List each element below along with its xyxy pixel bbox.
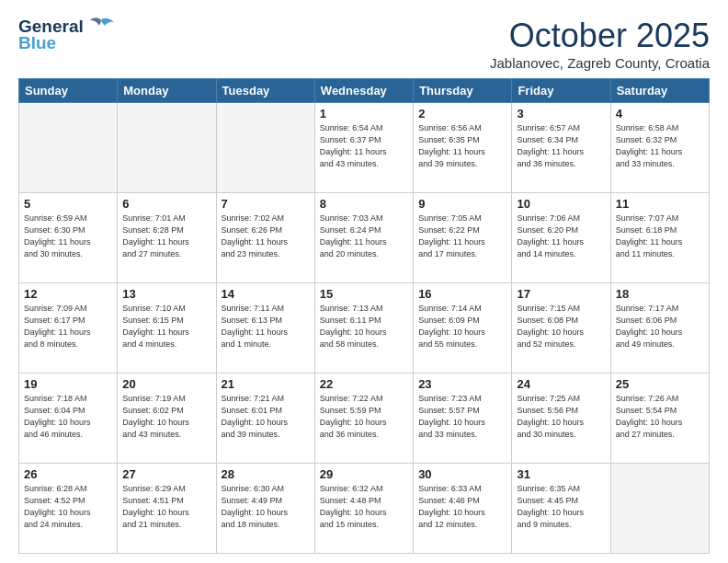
col-thursday: Thursday <box>414 79 512 103</box>
day-number: 6 <box>122 197 210 211</box>
day-number: 24 <box>517 377 605 391</box>
calendar-cell: 9Sunrise: 7:05 AM Sunset: 6:22 PM Daylig… <box>414 193 512 283</box>
calendar-cell: 2Sunrise: 6:56 AM Sunset: 6:35 PM Daylig… <box>414 103 512 193</box>
day-number: 3 <box>517 107 605 121</box>
calendar-cell: 22Sunrise: 7:22 AM Sunset: 5:59 PM Dayli… <box>314 373 413 464</box>
calendar-cell: 23Sunrise: 7:23 AM Sunset: 5:57 PM Dayli… <box>414 373 512 464</box>
day-info: Sunrise: 7:03 AM Sunset: 6:24 PM Dayligh… <box>320 213 408 260</box>
col-sunday: Sunday <box>19 79 118 103</box>
day-number: 27 <box>122 467 210 481</box>
day-info: Sunrise: 7:01 AM Sunset: 6:28 PM Dayligh… <box>122 213 210 260</box>
calendar-cell: 21Sunrise: 7:21 AM Sunset: 6:01 PM Dayli… <box>216 373 314 464</box>
day-info: Sunrise: 6:30 AM Sunset: 4:49 PM Dayligh… <box>222 483 310 531</box>
calendar-cell: 19Sunrise: 7:18 AM Sunset: 6:04 PM Dayli… <box>19 373 118 464</box>
calendar-cell <box>610 464 709 554</box>
day-number: 28 <box>222 467 310 481</box>
day-number: 7 <box>222 197 310 211</box>
day-number: 13 <box>122 287 210 301</box>
calendar-cell: 4Sunrise: 6:58 AM Sunset: 6:32 PM Daylig… <box>610 103 709 193</box>
calendar-cell: 27Sunrise: 6:29 AM Sunset: 4:51 PM Dayli… <box>118 464 216 554</box>
calendar-cell: 16Sunrise: 7:14 AM Sunset: 6:09 PM Dayli… <box>414 283 512 373</box>
day-number: 11 <box>616 197 704 211</box>
calendar-cell: 29Sunrise: 6:32 AM Sunset: 4:48 PM Dayli… <box>314 464 413 554</box>
day-number: 19 <box>24 377 112 391</box>
day-info: Sunrise: 6:29 AM Sunset: 4:51 PM Dayligh… <box>122 483 210 531</box>
calendar-cell: 11Sunrise: 7:07 AM Sunset: 6:18 PM Dayli… <box>610 193 709 283</box>
calendar-cell: 13Sunrise: 7:10 AM Sunset: 6:15 PM Dayli… <box>118 283 216 373</box>
day-info: Sunrise: 6:54 AM Sunset: 6:37 PM Dayligh… <box>320 122 408 170</box>
day-number: 12 <box>24 287 112 301</box>
day-number: 29 <box>320 467 408 481</box>
calendar-cell: 8Sunrise: 7:03 AM Sunset: 6:24 PM Daylig… <box>314 193 413 283</box>
day-info: Sunrise: 7:17 AM Sunset: 6:06 PM Dayligh… <box>616 303 704 350</box>
day-number: 14 <box>222 287 310 301</box>
calendar-cell: 15Sunrise: 7:13 AM Sunset: 6:11 PM Dayli… <box>314 283 413 373</box>
day-info: Sunrise: 7:06 AM Sunset: 6:20 PM Dayligh… <box>517 213 605 260</box>
calendar-cell <box>216 103 314 193</box>
title-block: October 2025 Jablanovec, Zagreb County, … <box>490 17 710 71</box>
day-info: Sunrise: 6:58 AM Sunset: 6:32 PM Dayligh… <box>616 122 704 170</box>
day-number: 17 <box>517 287 605 301</box>
calendar-cell: 26Sunrise: 6:28 AM Sunset: 4:52 PM Dayli… <box>19 464 118 554</box>
calendar-header-row: Sunday Monday Tuesday Wednesday Thursday… <box>19 79 710 103</box>
calendar-cell: 31Sunrise: 6:35 AM Sunset: 4:45 PM Dayli… <box>512 464 610 554</box>
logo-blue: Blue <box>18 33 56 53</box>
col-tuesday: Tuesday <box>216 79 314 103</box>
day-number: 16 <box>418 287 506 301</box>
day-info: Sunrise: 7:22 AM Sunset: 5:59 PM Dayligh… <box>320 393 408 441</box>
calendar-cell: 25Sunrise: 7:26 AM Sunset: 5:54 PM Dayli… <box>610 373 709 464</box>
calendar-cell: 30Sunrise: 6:33 AM Sunset: 4:46 PM Dayli… <box>414 464 512 554</box>
day-info: Sunrise: 6:28 AM Sunset: 4:52 PM Dayligh… <box>24 483 112 531</box>
day-number: 5 <box>24 197 112 211</box>
day-number: 10 <box>517 197 605 211</box>
day-number: 15 <box>320 287 408 301</box>
day-info: Sunrise: 6:32 AM Sunset: 4:48 PM Dayligh… <box>320 483 408 531</box>
day-info: Sunrise: 7:26 AM Sunset: 5:54 PM Dayligh… <box>616 393 704 441</box>
calendar-cell: 5Sunrise: 6:59 AM Sunset: 6:30 PM Daylig… <box>19 193 118 283</box>
day-info: Sunrise: 7:05 AM Sunset: 6:22 PM Dayligh… <box>418 213 506 260</box>
logo-bird-icon <box>88 17 114 37</box>
col-wednesday: Wednesday <box>314 79 413 103</box>
week-row-2: 5Sunrise: 6:59 AM Sunset: 6:30 PM Daylig… <box>19 193 710 283</box>
day-number: 20 <box>122 377 210 391</box>
col-monday: Monday <box>118 79 216 103</box>
day-info: Sunrise: 7:07 AM Sunset: 6:18 PM Dayligh… <box>616 213 704 260</box>
day-number: 1 <box>320 107 408 121</box>
day-number: 25 <box>616 377 704 391</box>
month-title: October 2025 <box>490 17 710 55</box>
calendar-cell: 20Sunrise: 7:19 AM Sunset: 6:02 PM Dayli… <box>118 373 216 464</box>
day-info: Sunrise: 6:56 AM Sunset: 6:35 PM Dayligh… <box>418 122 506 170</box>
day-info: Sunrise: 7:13 AM Sunset: 6:11 PM Dayligh… <box>320 303 408 350</box>
col-friday: Friday <box>512 79 610 103</box>
logo: General Blue <box>18 17 114 53</box>
day-number: 2 <box>418 107 506 121</box>
day-info: Sunrise: 7:14 AM Sunset: 6:09 PM Dayligh… <box>418 303 506 350</box>
page: General Blue October 2025 Jablanovec, Za… <box>0 0 728 563</box>
day-number: 26 <box>24 467 112 481</box>
calendar-cell: 17Sunrise: 7:15 AM Sunset: 6:08 PM Dayli… <box>512 283 610 373</box>
day-info: Sunrise: 7:15 AM Sunset: 6:08 PM Dayligh… <box>517 303 605 350</box>
day-info: Sunrise: 7:23 AM Sunset: 5:57 PM Dayligh… <box>418 393 506 441</box>
day-info: Sunrise: 7:21 AM Sunset: 6:01 PM Dayligh… <box>222 393 310 441</box>
calendar-cell <box>19 103 118 193</box>
day-info: Sunrise: 7:19 AM Sunset: 6:02 PM Dayligh… <box>122 393 210 441</box>
day-info: Sunrise: 7:25 AM Sunset: 5:56 PM Dayligh… <box>517 393 605 441</box>
calendar-cell: 18Sunrise: 7:17 AM Sunset: 6:06 PM Dayli… <box>610 283 709 373</box>
day-info: Sunrise: 7:02 AM Sunset: 6:26 PM Dayligh… <box>222 213 310 260</box>
calendar-cell: 12Sunrise: 7:09 AM Sunset: 6:17 PM Dayli… <box>19 283 118 373</box>
day-number: 21 <box>222 377 310 391</box>
calendar-cell: 1Sunrise: 6:54 AM Sunset: 6:37 PM Daylig… <box>314 103 413 193</box>
week-row-3: 12Sunrise: 7:09 AM Sunset: 6:17 PM Dayli… <box>19 283 710 373</box>
day-info: Sunrise: 6:33 AM Sunset: 4:46 PM Dayligh… <box>418 483 506 531</box>
calendar-table: Sunday Monday Tuesday Wednesday Thursday… <box>18 78 710 554</box>
week-row-4: 19Sunrise: 7:18 AM Sunset: 6:04 PM Dayli… <box>19 373 710 464</box>
day-info: Sunrise: 7:10 AM Sunset: 6:15 PM Dayligh… <box>122 303 210 350</box>
calendar-cell: 7Sunrise: 7:02 AM Sunset: 6:26 PM Daylig… <box>216 193 314 283</box>
day-number: 8 <box>320 197 408 211</box>
day-number: 30 <box>418 467 506 481</box>
day-number: 4 <box>616 107 704 121</box>
calendar-cell <box>118 103 216 193</box>
day-info: Sunrise: 6:35 AM Sunset: 4:45 PM Dayligh… <box>517 483 605 531</box>
calendar-cell: 6Sunrise: 7:01 AM Sunset: 6:28 PM Daylig… <box>118 193 216 283</box>
day-number: 31 <box>517 467 605 481</box>
